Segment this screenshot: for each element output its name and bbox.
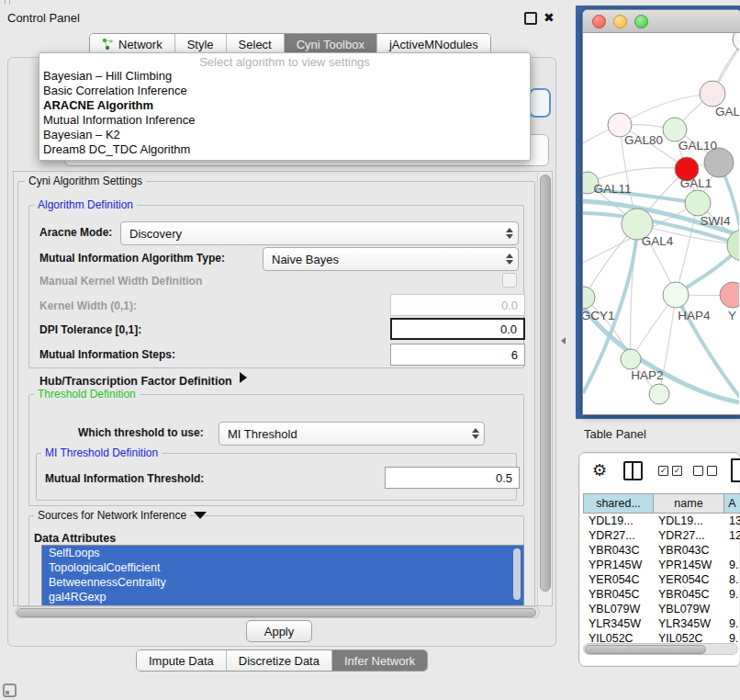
tab-infer-network[interactable]: Infer Network: [331, 650, 427, 671]
list-scrollbar-thumb[interactable]: [513, 548, 521, 600]
table-cell[interactable]: YER054C: [653, 572, 723, 587]
table-row[interactable]: YBR043CYBR043C: [583, 543, 740, 558]
algorithm-option[interactable]: Bayesian – Hill Climbing: [39, 69, 530, 84]
table-cell[interactable]: YDR27...: [583, 528, 653, 543]
export-table-icon[interactable]: [731, 458, 740, 482]
select-all-columns-icon[interactable]: ✓✓: [658, 466, 682, 476]
hub-expand-arrow-icon[interactable]: [240, 372, 247, 383]
table-cell[interactable]: YIL052C: [583, 631, 653, 642]
table-cell[interactable]: YBR043C: [583, 543, 653, 558]
node-gal-cut[interactable]: [700, 81, 725, 107]
table-cell[interactable]: YDR27...: [653, 528, 723, 543]
table-cell[interactable]: YER054C: [583, 572, 653, 587]
table-cell[interactable]: 13: [723, 514, 740, 528]
settings-horizontal-scrollbar[interactable]: [15, 606, 540, 618]
table-cell[interactable]: 9.: [723, 587, 740, 602]
mi-type-select[interactable]: Naive Bayes: [263, 247, 519, 271]
table-cell[interactable]: YBR045C: [583, 587, 653, 602]
table-row[interactable]: YDR27...YDR27...12: [583, 528, 740, 543]
algorithm-option[interactable]: Bayesian – K2: [39, 128, 530, 142]
attribute-item[interactable]: gal4RGexp: [42, 590, 523, 604]
mi-steps-input[interactable]: 6: [390, 344, 525, 366]
window-close-icon[interactable]: [592, 15, 606, 28]
network-canvas[interactable]: GALGAL80GAL10GAL1GAL11SWI4GAL4GCY1HAP4YH…: [583, 33, 739, 413]
network-edge[interactable]: [588, 168, 687, 183]
inference-combo-focus-fragment[interactable]: [529, 88, 551, 118]
table-horizontal-scrollbar[interactable]: [583, 643, 738, 655]
close-panel-icon[interactable]: ✖: [544, 12, 555, 23]
column-header-shared-name[interactable]: shared...: [584, 494, 654, 513]
window-zoom-icon[interactable]: [634, 15, 648, 28]
table-cell[interactable]: 12: [723, 528, 740, 543]
algorithm-option[interactable]: Basic Correlation Inference: [39, 84, 530, 98]
node-bottom[interactable]: [649, 384, 669, 404]
network-window-titlebar[interactable]: [583, 10, 740, 33]
tab-discretize-data[interactable]: Discretize Data: [226, 650, 331, 671]
sources-collapse-arrow-icon[interactable]: [194, 512, 207, 519]
settings-vertical-scrollbar[interactable]: [537, 172, 552, 605]
table-cell[interactable]: YIL052C: [653, 631, 723, 642]
tab-cyni-toolbox[interactable]: Cyni Toolbox: [284, 34, 376, 54]
table-cell[interactable]: [723, 602, 740, 616]
network-edge[interactable]: [620, 94, 712, 125]
tab-style[interactable]: Style: [174, 34, 226, 54]
dpi-tolerance-input[interactable]: 0.0: [390, 318, 525, 340]
node-hap2[interactable]: [621, 349, 641, 369]
table-cell[interactable]: 9.: [723, 616, 740, 631]
table-row[interactable]: YDL19...YDL19...13: [583, 514, 740, 528]
tab-select[interactable]: Select: [226, 34, 284, 54]
settings-hscroll-thumb[interactable]: [17, 608, 536, 617]
table-row[interactable]: YLR345WYLR345W9.: [583, 616, 740, 631]
column-layout-icon[interactable]: [623, 461, 643, 480]
minimized-panel-icon[interactable]: [3, 683, 17, 697]
tab-impute-data[interactable]: Impute Data: [137, 650, 226, 671]
table-cell[interactable]: YPR145W: [583, 558, 653, 572]
manual-kernel-checkbox[interactable]: [502, 273, 517, 288]
table-cell[interactable]: [723, 543, 740, 558]
table-cell[interactable]: YLR345W: [583, 616, 653, 631]
table-row[interactable]: YBL079WYBL079W: [583, 602, 740, 616]
attribute-item[interactable]: BetweennessCentrality: [42, 575, 523, 590]
table-cell[interactable]: 8.: [723, 572, 740, 587]
column-header-cut[interactable]: A: [724, 494, 740, 513]
column-header-name[interactable]: name: [654, 494, 724, 513]
table-row[interactable]: YIL052CYIL052C9.: [583, 631, 740, 642]
attribute-item[interactable]: SelfLoops: [42, 546, 523, 560]
table-cell[interactable]: YBL079W: [583, 602, 653, 616]
table-cell[interactable]: YBR045C: [653, 587, 723, 602]
algorithm-option[interactable]: Mutual Information Inference: [39, 113, 530, 128]
node-swi4[interactable]: [685, 190, 711, 216]
tab-jactivemnodules[interactable]: jActiveMNodules: [376, 34, 490, 54]
node-top-cut[interactable]: [733, 33, 739, 51]
table-cell[interactable]: YDL19...: [583, 514, 653, 528]
attribute-item[interactable]: TopologicalCoefficient: [42, 560, 523, 575]
algorithm-option[interactable]: Dream8 DC_TDC Algorithm: [39, 142, 530, 157]
table-cell[interactable]: YBL079W: [653, 602, 723, 616]
node-gcy1[interactable]: [583, 287, 595, 309]
table-cell[interactable]: YBR043C: [653, 543, 723, 558]
mi-threshold-input[interactable]: 0.5: [385, 467, 520, 489]
node-salmon-cut[interactable]: [720, 282, 739, 308]
table-row[interactable]: YBR045CYBR045C9.: [583, 587, 740, 602]
aracne-mode-select[interactable]: Discovery: [120, 221, 519, 245]
table-cell[interactable]: 9.: [723, 558, 740, 572]
table-cell[interactable]: YDL19...: [653, 514, 723, 528]
tab-network[interactable]: Network: [90, 34, 174, 54]
node-hap4[interactable]: [663, 282, 689, 308]
table-cell[interactable]: 9.: [723, 631, 740, 642]
float-window-icon[interactable]: [524, 12, 537, 25]
table-cell[interactable]: YLR345W: [653, 616, 723, 631]
kernel-width-input[interactable]: 0.0: [390, 294, 525, 316]
panel-divider-arrow-icon[interactable]: [561, 337, 566, 344]
table-row[interactable]: YER054CYER054C8.: [583, 572, 740, 587]
algorithm-option-selected[interactable]: ARACNE Algorithm: [39, 98, 530, 113]
window-minimize-icon[interactable]: [613, 15, 627, 28]
which-threshold-select[interactable]: MI Threshold: [219, 422, 485, 446]
table-settings-gear-icon[interactable]: ⚙: [592, 462, 607, 479]
apply-button[interactable]: Apply: [246, 620, 312, 642]
table-cell[interactable]: YPR145W: [653, 558, 723, 572]
deselect-columns-icon[interactable]: [693, 466, 717, 476]
table-row[interactable]: YPR145WYPR145W9.: [583, 558, 740, 572]
settings-vscroll-thumb[interactable]: [540, 175, 551, 592]
table-hscroll-thumb[interactable]: [585, 645, 706, 654]
